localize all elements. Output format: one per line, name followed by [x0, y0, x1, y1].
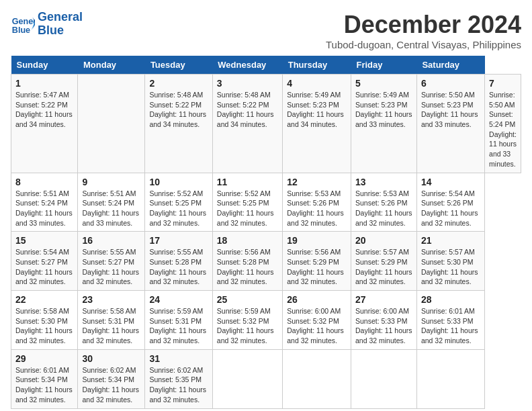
calendar-cell: 30Sunrise: 6:02 AMSunset: 5:34 PMDayligh… — [78, 349, 145, 408]
header-wednesday: Wednesday — [212, 56, 282, 75]
day-number: 15 — [15, 235, 73, 246]
day-number: 20 — [355, 235, 412, 246]
calendar-cell: 16Sunrise: 5:55 AMSunset: 5:27 PMDayligh… — [78, 232, 145, 291]
calendar-title: December 2024 — [326, 11, 521, 39]
day-number: 8 — [15, 177, 73, 187]
day-detail: Sunrise: 6:00 AMSunset: 5:33 PMDaylight:… — [355, 307, 412, 345]
calendar-cell-3: 2Sunrise: 5:48 AMSunset: 5:22 PMDaylight… — [145, 75, 212, 173]
header-sunday: Sunday — [11, 56, 78, 75]
calendar-cell: 8Sunrise: 5:51 AMSunset: 5:24 PMDaylight… — [11, 173, 78, 232]
header-thursday: Thursday — [283, 56, 351, 75]
day-number: 17 — [149, 235, 208, 246]
day-detail: Sunrise: 5:48 AMSunset: 5:22 PMDaylight:… — [149, 91, 206, 128]
day-detail: Sunrise: 5:53 AMSunset: 5:26 PMDaylight:… — [355, 189, 412, 227]
day-detail: Sunrise: 5:51 AMSunset: 5:24 PMDaylight:… — [82, 189, 139, 227]
calendar-cell: 10Sunrise: 5:52 AMSunset: 5:25 PMDayligh… — [145, 173, 212, 232]
day-detail: Sunrise: 6:01 AMSunset: 5:33 PMDaylight:… — [421, 307, 478, 345]
calendar-cell: 25Sunrise: 5:59 AMSunset: 5:32 PMDayligh… — [212, 291, 282, 350]
day-detail: Sunrise: 5:59 AMSunset: 5:32 PMDaylight:… — [217, 307, 274, 345]
calendar-cell: 23Sunrise: 5:58 AMSunset: 5:31 PMDayligh… — [78, 291, 145, 350]
day-number: 18 — [217, 235, 278, 246]
logo-line1: General — [38, 10, 83, 24]
calendar-cell: 11Sunrise: 5:52 AMSunset: 5:25 PMDayligh… — [212, 173, 282, 232]
calendar-cell: 18Sunrise: 5:56 AMSunset: 5:28 PMDayligh… — [212, 232, 282, 291]
day-detail: Sunrise: 6:02 AMSunset: 5:34 PMDaylight:… — [82, 366, 139, 404]
calendar-header-row: SundayMondayTuesdayWednesdayThursdayFrid… — [11, 56, 521, 75]
day-number: 14 — [421, 177, 480, 187]
calendar-cell: 26Sunrise: 6:00 AMSunset: 5:32 PMDayligh… — [283, 291, 351, 350]
calendar-subtitle: Tubod-dugoan, Central Visayas, Philippin… — [326, 39, 521, 50]
header-tuesday: Tuesday — [145, 56, 212, 75]
calendar-cell-8: 7Sunrise: 5:50 AMSunset: 5:24 PMDaylight… — [485, 75, 521, 173]
day-detail: Sunrise: 6:02 AMSunset: 5:35 PMDaylight:… — [149, 366, 206, 404]
calendar-cell: 29Sunrise: 6:01 AMSunset: 5:34 PMDayligh… — [11, 349, 78, 408]
day-detail: Sunrise: 5:56 AMSunset: 5:29 PMDaylight:… — [287, 248, 344, 285]
calendar-cell: 28Sunrise: 6:01 AMSunset: 5:33 PMDayligh… — [416, 291, 484, 350]
calendar-cell — [212, 349, 282, 408]
day-number: 6 — [421, 78, 480, 89]
header-saturday: Saturday — [416, 56, 484, 75]
calendar-cell: 27Sunrise: 6:00 AMSunset: 5:33 PMDayligh… — [351, 291, 416, 350]
day-number: 28 — [421, 294, 480, 305]
calendar-week-4: 22Sunrise: 5:58 AMSunset: 5:30 PMDayligh… — [11, 291, 521, 350]
calendar-cell: 13Sunrise: 5:53 AMSunset: 5:26 PMDayligh… — [351, 173, 416, 232]
calendar-week-1: 1Sunrise: 5:47 AMSunset: 5:22 PMDaylight… — [11, 75, 521, 173]
day-number: 22 — [15, 294, 73, 305]
day-detail: Sunrise: 5:52 AMSunset: 5:25 PMDaylight:… — [217, 189, 274, 227]
day-detail: Sunrise: 5:58 AMSunset: 5:30 PMDaylight:… — [15, 307, 73, 345]
day-detail: Sunrise: 5:52 AMSunset: 5:25 PMDaylight:… — [149, 189, 206, 227]
calendar-cell: 20Sunrise: 5:57 AMSunset: 5:29 PMDayligh… — [351, 232, 416, 291]
calendar-cell: 31Sunrise: 6:02 AMSunset: 5:35 PMDayligh… — [145, 349, 212, 408]
day-number: 24 — [149, 294, 208, 305]
day-detail: Sunrise: 5:53 AMSunset: 5:26 PMDaylight:… — [287, 189, 344, 227]
day-number: 19 — [287, 235, 347, 246]
day-detail: Sunrise: 5:57 AMSunset: 5:29 PMDaylight:… — [355, 248, 412, 285]
day-number: 25 — [217, 294, 278, 305]
day-detail: Sunrise: 5:55 AMSunset: 5:28 PMDaylight:… — [149, 248, 206, 285]
day-number: 30 — [82, 353, 140, 364]
day-number: 2 — [149, 78, 208, 89]
calendar-cell-4: 3Sunrise: 5:48 AMSunset: 5:22 PMDaylight… — [212, 75, 282, 173]
calendar-cell-6: 5Sunrise: 5:49 AMSunset: 5:23 PMDaylight… — [351, 75, 416, 173]
day-detail: Sunrise: 5:54 AMSunset: 5:27 PMDaylight:… — [15, 248, 73, 285]
day-number: 27 — [355, 294, 412, 305]
day-number: 5 — [355, 78, 412, 89]
day-detail: Sunrise: 5:54 AMSunset: 5:26 PMDaylight:… — [421, 189, 478, 227]
calendar-week-5: 29Sunrise: 6:01 AMSunset: 5:34 PMDayligh… — [11, 349, 521, 408]
day-detail: Sunrise: 5:57 AMSunset: 5:30 PMDaylight:… — [421, 248, 478, 285]
logo: General Blue General Blue — [11, 11, 83, 38]
day-detail: Sunrise: 5:50 AMSunset: 5:24 PMDaylight:… — [489, 91, 517, 168]
calendar-cell: 24Sunrise: 5:59 AMSunset: 5:31 PMDayligh… — [145, 291, 212, 350]
day-number: 10 — [149, 177, 208, 187]
day-detail: Sunrise: 6:01 AMSunset: 5:34 PMDaylight:… — [15, 366, 73, 404]
calendar-cell-5: 4Sunrise: 5:49 AMSunset: 5:23 PMDaylight… — [283, 75, 351, 173]
day-detail: Sunrise: 5:50 AMSunset: 5:23 PMDaylight:… — [421, 91, 478, 128]
day-number: 1 — [15, 78, 73, 89]
day-number: 31 — [149, 353, 208, 364]
day-detail: Sunrise: 5:56 AMSunset: 5:28 PMDaylight:… — [217, 248, 274, 285]
day-detail: Sunrise: 5:49 AMSunset: 5:23 PMDaylight:… — [287, 91, 344, 128]
day-detail: Sunrise: 5:51 AMSunset: 5:24 PMDaylight:… — [15, 189, 73, 227]
calendar-week-3: 15Sunrise: 5:54 AMSunset: 5:27 PMDayligh… — [11, 232, 521, 291]
title-area: December 2024 Tubod-dugoan, Central Visa… — [326, 11, 521, 50]
calendar-week-2: 8Sunrise: 5:51 AMSunset: 5:24 PMDaylight… — [11, 173, 521, 232]
calendar-cell — [351, 349, 416, 408]
calendar-table: SundayMondayTuesdayWednesdayThursdayFrid… — [11, 56, 521, 409]
calendar-cell: 15Sunrise: 5:54 AMSunset: 5:27 PMDayligh… — [11, 232, 78, 291]
calendar-cell: 12Sunrise: 5:53 AMSunset: 5:26 PMDayligh… — [283, 173, 351, 232]
calendar-cell: 19Sunrise: 5:56 AMSunset: 5:29 PMDayligh… — [283, 232, 351, 291]
calendar-cell-2 — [78, 75, 145, 173]
calendar-cell — [283, 349, 351, 408]
header-friday: Friday — [351, 56, 416, 75]
day-number: 9 — [82, 177, 140, 187]
calendar-cell: 17Sunrise: 5:55 AMSunset: 5:28 PMDayligh… — [145, 232, 212, 291]
day-number: 23 — [82, 294, 140, 305]
day-detail: Sunrise: 6:00 AMSunset: 5:32 PMDaylight:… — [287, 307, 344, 345]
day-number: 16 — [82, 235, 140, 246]
day-detail: Sunrise: 5:58 AMSunset: 5:31 PMDaylight:… — [82, 307, 139, 345]
day-number: 21 — [421, 235, 480, 246]
day-number: 12 — [287, 177, 347, 187]
day-number: 11 — [217, 177, 278, 187]
calendar-cell: 22Sunrise: 5:58 AMSunset: 5:30 PMDayligh… — [11, 291, 78, 350]
day-detail: Sunrise: 5:48 AMSunset: 5:22 PMDaylight:… — [217, 91, 274, 128]
